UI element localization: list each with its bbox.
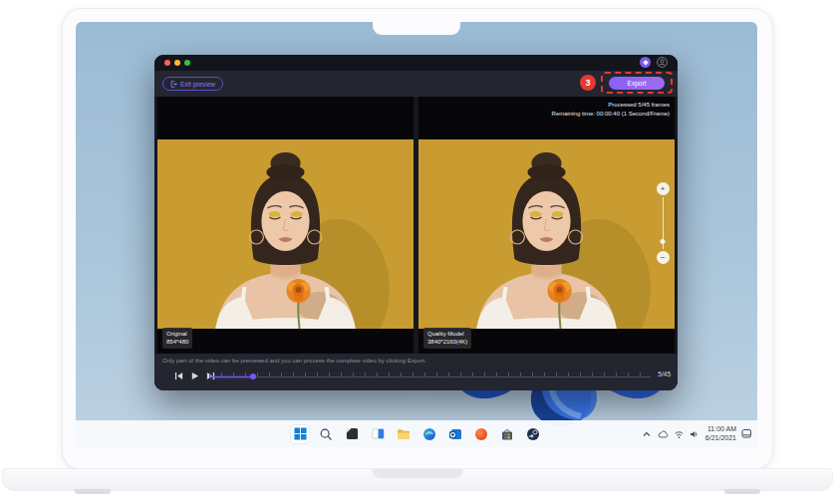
enhanced-panel: Processed 5/45 frames Remaining time: 00… [418, 97, 675, 354]
chevron-up-icon[interactable] [642, 428, 653, 439]
taskbar-orange-app[interactable] [472, 425, 490, 443]
page: Exit preview 3 Export Original 85 [0, 0, 833, 504]
timeline-track [209, 377, 651, 378]
fullscreen-button[interactable] [184, 60, 190, 66]
timeline-slider[interactable] [209, 373, 651, 380]
zoom-out-button[interactable]: − [657, 251, 670, 264]
taskbar-search[interactable] [317, 425, 335, 443]
zoom-in-button[interactable]: + [657, 182, 670, 195]
vip-icon[interactable] [640, 57, 651, 68]
preview-area: Original 854*480 Processed 5/45 frames R… [157, 97, 675, 354]
notifications-icon[interactable] [741, 428, 752, 439]
processing-status: Processed 5/45 frames Remaining time: 00… [552, 101, 670, 120]
taskbar: 11:00 AM 6/21/2021 [76, 420, 757, 447]
taskbar-file-explorer[interactable] [395, 425, 413, 443]
quality-model-label: Quality Model 3840*2160(4K) [423, 328, 471, 349]
timeline-handle[interactable] [250, 374, 256, 379]
original-video [157, 139, 414, 329]
wifi-icon[interactable] [674, 428, 685, 439]
laptop-frame: Exit preview 3 Export Original 85 [62, 8, 773, 470]
zoom-slider-handle[interactable] [661, 239, 666, 244]
remaining-time: Remaining time: 00:00:40 (1 Second/Frame… [552, 110, 670, 119]
enhanced-video [418, 139, 675, 329]
export-button[interactable]: Export [609, 77, 665, 90]
export-highlight-box: Export [601, 72, 673, 94]
window-titlebar [154, 55, 678, 71]
clock-time: 11:00 AM [705, 425, 736, 434]
file-explorer-icon [397, 427, 411, 441]
timeline-progress [209, 377, 253, 378]
close-button[interactable] [164, 60, 170, 66]
store-icon [500, 427, 514, 441]
taskbar-store[interactable] [498, 425, 516, 443]
zoom-control: + − [656, 182, 670, 264]
start-button[interactable] [291, 425, 309, 443]
zoom-slider[interactable] [657, 197, 670, 249]
taskbar-clock[interactable]: 11:00 AM 6/21/2021 [705, 425, 736, 443]
laptop-foot-left [75, 489, 111, 494]
preview-hint: Only part of the video can be previewed … [162, 358, 426, 364]
previous-frame-button[interactable] [174, 372, 183, 380]
edge-icon [422, 427, 436, 441]
onedrive-cloud-icon[interactable] [658, 428, 669, 439]
taskbar-steam[interactable] [524, 425, 542, 443]
play-button[interactable] [190, 372, 199, 380]
original-label: Original 854*480 [162, 328, 192, 349]
window-toolbar: Exit preview 3 Export [154, 71, 678, 97]
task-view-icon [346, 427, 359, 440]
desktop-wallpaper: Exit preview 3 Export Original 85 [76, 22, 757, 447]
account-icon[interactable] [657, 57, 668, 68]
taskbar-edge[interactable] [420, 425, 438, 443]
volume-icon[interactable] [690, 428, 700, 439]
system-tray: 11:00 AM 6/21/2021 [642, 420, 752, 447]
laptop-base-scoop [372, 469, 463, 478]
step-badge: 3 [580, 75, 596, 91]
exit-preview-button[interactable]: Exit preview [162, 77, 223, 91]
exit-icon [170, 81, 177, 88]
laptop-foot-right [724, 489, 760, 494]
orange-app-icon [474, 427, 488, 441]
taskbar-outlook[interactable] [446, 425, 464, 443]
exit-preview-label: Exit preview [180, 81, 215, 88]
search-icon [319, 427, 333, 441]
steam-icon [526, 427, 540, 441]
minimize-button[interactable] [174, 60, 180, 66]
clock-date: 6/21/2021 [705, 434, 736, 443]
camera-notch [373, 22, 460, 35]
outlook-icon [448, 427, 462, 441]
windows-start-icon [294, 427, 307, 440]
original-panel: Original 854*480 [157, 97, 414, 354]
frame-counter: 5/45 [658, 371, 671, 378]
processed-frames: Processed 5/45 frames [552, 101, 670, 110]
app-window: Exit preview 3 Export Original 85 [154, 55, 678, 390]
taskbar-widgets[interactable] [369, 425, 387, 443]
laptop-base [2, 468, 833, 491]
widgets-icon [372, 427, 385, 440]
taskbar-task-view[interactable] [343, 425, 361, 443]
playback-bar: Only part of the video can be previewed … [154, 354, 678, 390]
